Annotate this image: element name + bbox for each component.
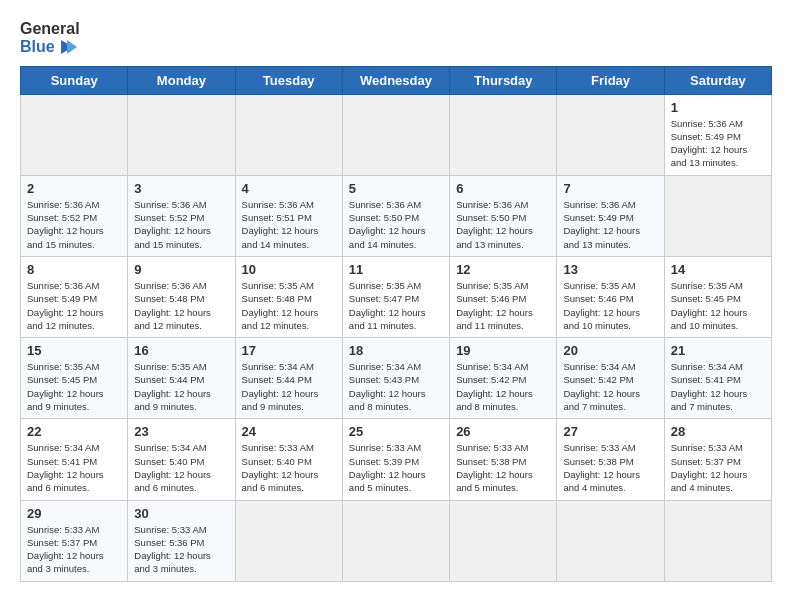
svg-marker-1: [67, 40, 77, 54]
day-content: Sunrise: 5:34 AMSunset: 5:41 PMDaylight:…: [27, 441, 121, 494]
calendar-day-header: Tuesday: [235, 66, 342, 94]
calendar-day-cell: 16Sunrise: 5:35 AMSunset: 5:44 PMDayligh…: [128, 338, 235, 419]
day-number: 25: [349, 424, 443, 439]
calendar-day-cell: [21, 94, 128, 175]
day-number: 1: [671, 100, 765, 115]
calendar-day-cell: 24Sunrise: 5:33 AMSunset: 5:40 PMDayligh…: [235, 419, 342, 500]
day-content: Sunrise: 5:35 AMSunset: 5:47 PMDaylight:…: [349, 279, 443, 332]
day-content: Sunrise: 5:35 AMSunset: 5:48 PMDaylight:…: [242, 279, 336, 332]
calendar-day-cell: 23Sunrise: 5:34 AMSunset: 5:40 PMDayligh…: [128, 419, 235, 500]
day-content: Sunrise: 5:34 AMSunset: 5:44 PMDaylight:…: [242, 360, 336, 413]
day-number: 21: [671, 343, 765, 358]
day-content: Sunrise: 5:36 AMSunset: 5:50 PMDaylight:…: [349, 198, 443, 251]
logo: General Blue: [20, 20, 80, 56]
calendar-day-cell: [450, 94, 557, 175]
calendar-day-cell: 7Sunrise: 5:36 AMSunset: 5:49 PMDaylight…: [557, 175, 664, 256]
day-number: 28: [671, 424, 765, 439]
calendar-day-cell: 28Sunrise: 5:33 AMSunset: 5:37 PMDayligh…: [664, 419, 771, 500]
calendar-day-cell: 2Sunrise: 5:36 AMSunset: 5:52 PMDaylight…: [21, 175, 128, 256]
calendar-day-cell: 18Sunrise: 5:34 AMSunset: 5:43 PMDayligh…: [342, 338, 449, 419]
day-number: 15: [27, 343, 121, 358]
calendar-day-cell: 8Sunrise: 5:36 AMSunset: 5:49 PMDaylight…: [21, 256, 128, 337]
day-number: 10: [242, 262, 336, 277]
day-content: Sunrise: 5:33 AMSunset: 5:37 PMDaylight:…: [671, 441, 765, 494]
calendar-day-cell: 25Sunrise: 5:33 AMSunset: 5:39 PMDayligh…: [342, 419, 449, 500]
calendar-day-cell: 26Sunrise: 5:33 AMSunset: 5:38 PMDayligh…: [450, 419, 557, 500]
day-content: Sunrise: 5:33 AMSunset: 5:38 PMDaylight:…: [456, 441, 550, 494]
day-content: Sunrise: 5:34 AMSunset: 5:42 PMDaylight:…: [456, 360, 550, 413]
calendar-day-cell: 30Sunrise: 5:33 AMSunset: 5:36 PMDayligh…: [128, 500, 235, 581]
calendar-day-cell: 29Sunrise: 5:33 AMSunset: 5:37 PMDayligh…: [21, 500, 128, 581]
day-number: 30: [134, 506, 228, 521]
calendar-day-cell: 5Sunrise: 5:36 AMSunset: 5:50 PMDaylight…: [342, 175, 449, 256]
calendar-day-cell: 11Sunrise: 5:35 AMSunset: 5:47 PMDayligh…: [342, 256, 449, 337]
day-content: Sunrise: 5:33 AMSunset: 5:38 PMDaylight:…: [563, 441, 657, 494]
calendar-table: SundayMondayTuesdayWednesdayThursdayFrid…: [20, 66, 772, 582]
day-number: 2: [27, 181, 121, 196]
page-header: General Blue: [20, 20, 772, 56]
calendar-day-cell: 27Sunrise: 5:33 AMSunset: 5:38 PMDayligh…: [557, 419, 664, 500]
logo-general: General: [20, 20, 80, 38]
day-number: 24: [242, 424, 336, 439]
day-content: Sunrise: 5:34 AMSunset: 5:43 PMDaylight:…: [349, 360, 443, 413]
calendar-day-cell: 1Sunrise: 5:36 AMSunset: 5:49 PMDaylight…: [664, 94, 771, 175]
calendar-week-row: 15Sunrise: 5:35 AMSunset: 5:45 PMDayligh…: [21, 338, 772, 419]
calendar-day-cell: [557, 500, 664, 581]
calendar-week-row: 29Sunrise: 5:33 AMSunset: 5:37 PMDayligh…: [21, 500, 772, 581]
calendar-day-cell: [557, 94, 664, 175]
logo-blue: Blue: [20, 38, 77, 56]
day-number: 19: [456, 343, 550, 358]
day-content: Sunrise: 5:35 AMSunset: 5:46 PMDaylight:…: [456, 279, 550, 332]
day-content: Sunrise: 5:36 AMSunset: 5:49 PMDaylight:…: [671, 117, 765, 170]
calendar-day-cell: [342, 94, 449, 175]
calendar-day-header: Wednesday: [342, 66, 449, 94]
calendar-week-row: 2Sunrise: 5:36 AMSunset: 5:52 PMDaylight…: [21, 175, 772, 256]
calendar-week-row: 1Sunrise: 5:36 AMSunset: 5:49 PMDaylight…: [21, 94, 772, 175]
day-content: Sunrise: 5:36 AMSunset: 5:48 PMDaylight:…: [134, 279, 228, 332]
day-content: Sunrise: 5:36 AMSunset: 5:52 PMDaylight:…: [27, 198, 121, 251]
calendar-week-row: 8Sunrise: 5:36 AMSunset: 5:49 PMDaylight…: [21, 256, 772, 337]
calendar-day-cell: [664, 175, 771, 256]
day-number: 29: [27, 506, 121, 521]
calendar-day-cell: 19Sunrise: 5:34 AMSunset: 5:42 PMDayligh…: [450, 338, 557, 419]
day-content: Sunrise: 5:36 AMSunset: 5:52 PMDaylight:…: [134, 198, 228, 251]
calendar-day-cell: 22Sunrise: 5:34 AMSunset: 5:41 PMDayligh…: [21, 419, 128, 500]
day-number: 26: [456, 424, 550, 439]
calendar-day-cell: 13Sunrise: 5:35 AMSunset: 5:46 PMDayligh…: [557, 256, 664, 337]
calendar-day-header: Monday: [128, 66, 235, 94]
calendar-day-cell: 4Sunrise: 5:36 AMSunset: 5:51 PMDaylight…: [235, 175, 342, 256]
day-content: Sunrise: 5:35 AMSunset: 5:45 PMDaylight:…: [27, 360, 121, 413]
day-number: 5: [349, 181, 443, 196]
calendar-header-row: SundayMondayTuesdayWednesdayThursdayFrid…: [21, 66, 772, 94]
calendar-day-cell: 10Sunrise: 5:35 AMSunset: 5:48 PMDayligh…: [235, 256, 342, 337]
day-number: 22: [27, 424, 121, 439]
calendar-day-cell: [128, 94, 235, 175]
day-content: Sunrise: 5:35 AMSunset: 5:46 PMDaylight:…: [563, 279, 657, 332]
day-content: Sunrise: 5:36 AMSunset: 5:51 PMDaylight:…: [242, 198, 336, 251]
day-content: Sunrise: 5:35 AMSunset: 5:44 PMDaylight:…: [134, 360, 228, 413]
day-number: 20: [563, 343, 657, 358]
calendar-day-header: Thursday: [450, 66, 557, 94]
day-number: 23: [134, 424, 228, 439]
day-number: 18: [349, 343, 443, 358]
calendar-day-cell: [235, 94, 342, 175]
calendar-day-cell: 15Sunrise: 5:35 AMSunset: 5:45 PMDayligh…: [21, 338, 128, 419]
calendar-week-row: 22Sunrise: 5:34 AMSunset: 5:41 PMDayligh…: [21, 419, 772, 500]
day-number: 16: [134, 343, 228, 358]
day-number: 9: [134, 262, 228, 277]
day-content: Sunrise: 5:33 AMSunset: 5:36 PMDaylight:…: [134, 523, 228, 576]
calendar-day-cell: 6Sunrise: 5:36 AMSunset: 5:50 PMDaylight…: [450, 175, 557, 256]
day-number: 14: [671, 262, 765, 277]
calendar-day-cell: [664, 500, 771, 581]
calendar-day-cell: [450, 500, 557, 581]
day-content: Sunrise: 5:33 AMSunset: 5:37 PMDaylight:…: [27, 523, 121, 576]
day-number: 11: [349, 262, 443, 277]
day-number: 12: [456, 262, 550, 277]
calendar-day-cell: 3Sunrise: 5:36 AMSunset: 5:52 PMDaylight…: [128, 175, 235, 256]
day-number: 3: [134, 181, 228, 196]
day-content: Sunrise: 5:34 AMSunset: 5:41 PMDaylight:…: [671, 360, 765, 413]
day-number: 4: [242, 181, 336, 196]
calendar-day-cell: 17Sunrise: 5:34 AMSunset: 5:44 PMDayligh…: [235, 338, 342, 419]
calendar-day-cell: 21Sunrise: 5:34 AMSunset: 5:41 PMDayligh…: [664, 338, 771, 419]
calendar-day-cell: 9Sunrise: 5:36 AMSunset: 5:48 PMDaylight…: [128, 256, 235, 337]
